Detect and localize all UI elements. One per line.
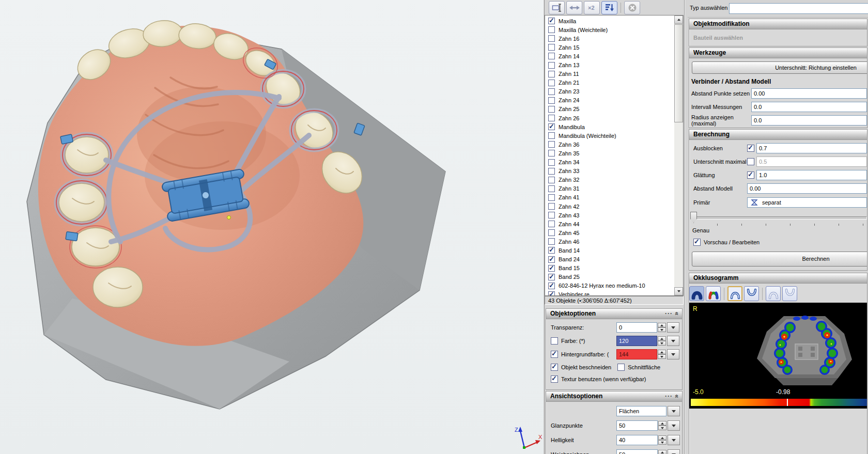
berechnung-row-checkbox[interactable] xyxy=(747,158,754,165)
berechnung-row-input[interactable]: 0.7 xyxy=(756,143,867,153)
werkzeuge-header[interactable]: Werkzeuge xyxy=(689,48,867,58)
view-option-dropdown-button[interactable] xyxy=(668,449,680,454)
werkzeug-row-input[interactable]: 0.00 xyxy=(751,88,867,99)
object-visibility-checkbox[interactable] xyxy=(548,159,555,166)
collapse-panel-icon[interactable]: « xyxy=(672,395,682,399)
object-list-item[interactable]: Zahn 34 xyxy=(545,158,683,167)
schnittflaeche-checkbox[interactable] xyxy=(617,364,625,371)
object-visibility-checkbox[interactable] xyxy=(548,185,555,192)
object-visibility-checkbox[interactable] xyxy=(548,132,555,139)
lower-arch-outline-button[interactable] xyxy=(744,286,759,301)
mirror-object-button[interactable] xyxy=(566,1,582,14)
measure-point[interactable] xyxy=(227,216,231,220)
object-visibility-checkbox[interactable] xyxy=(548,150,555,156)
slider-track[interactable] xyxy=(690,216,867,220)
object-list-item[interactable]: Maxilla xyxy=(545,17,683,25)
object-visibility-checkbox[interactable] xyxy=(548,141,555,148)
object-visibility-checkbox[interactable] xyxy=(548,123,555,130)
object-visibility-checkbox[interactable] xyxy=(548,62,555,69)
object-visibility-checkbox[interactable] xyxy=(548,35,555,42)
farbe-spinner[interactable] xyxy=(658,336,666,346)
berechnung-row-input[interactable]: 1.0 xyxy=(756,170,867,180)
object-visibility-checkbox[interactable] xyxy=(548,106,555,113)
view-option-input[interactable]: 40 xyxy=(616,435,658,445)
upper-arch-outline-button[interactable] xyxy=(727,286,742,301)
farbe-checkbox[interactable] xyxy=(551,337,558,345)
view-option-input[interactable]: 50 xyxy=(616,420,658,431)
berechnung-header[interactable]: Berechnung xyxy=(689,130,867,140)
hintergrundfarbe-spinner[interactable] xyxy=(658,350,666,359)
view-option-spinner[interactable] xyxy=(658,435,667,445)
object-visibility-checkbox[interactable] xyxy=(548,18,555,24)
scroll-up-button[interactable] xyxy=(674,15,683,24)
hintergrundfarbe-dropdown-button[interactable] xyxy=(667,349,679,359)
farbe-dropdown-button[interactable] xyxy=(667,336,679,346)
berechnung-row-checkbox[interactable] xyxy=(747,145,754,152)
object-visibility-checkbox[interactable] xyxy=(548,26,555,33)
object-list-item[interactable]: Zahn 46 xyxy=(545,237,683,246)
object-list-item[interactable]: Band 24 xyxy=(545,255,683,264)
object-visibility-checkbox[interactable] xyxy=(548,168,555,175)
farbe-value-input[interactable]: 120 xyxy=(616,336,657,346)
view-option-dropdown-button[interactable] xyxy=(668,435,680,445)
object-visibility-checkbox[interactable] xyxy=(548,238,555,245)
object-list-item[interactable]: Zahn 11 xyxy=(545,70,683,79)
object-visibility-checkbox[interactable] xyxy=(548,80,555,86)
object-list-item[interactable]: Zahn 26 xyxy=(545,114,683,122)
object-list-item[interactable]: Zahn 36 xyxy=(545,140,683,149)
object-list-item[interactable]: Zahn 15 xyxy=(545,43,683,52)
object-list-item[interactable]: Zahn 13 xyxy=(545,60,683,69)
object-visibility-checkbox[interactable] xyxy=(548,44,555,51)
object-visibility-checkbox[interactable] xyxy=(548,283,555,289)
object-visibility-checkbox[interactable] xyxy=(548,265,555,272)
object-visibility-checkbox[interactable] xyxy=(548,212,555,218)
view-option-spinner[interactable] xyxy=(658,421,667,430)
scroll-down-button[interactable] xyxy=(674,287,683,295)
upper-arch-ghost-button[interactable] xyxy=(766,286,781,301)
object-list-item[interactable]: Zahn 23 xyxy=(545,87,683,96)
object-list-item[interactable]: Maxilla (Weichteile) xyxy=(545,25,683,34)
unterschnitt-richtung-button[interactable]: Unterschnitt: Richtung einstellen xyxy=(692,61,867,74)
object-visibility-checkbox[interactable] xyxy=(548,203,555,210)
okklusogramm-header[interactable]: Okklusogramm xyxy=(689,273,867,284)
3d-viewport[interactable]: Z X xyxy=(0,0,544,454)
dental-model-3d[interactable] xyxy=(0,0,544,454)
view-option-spinner[interactable] xyxy=(658,450,667,454)
transparenz-spinner[interactable] xyxy=(658,323,666,332)
object-list-item[interactable]: Zahn 16 xyxy=(545,34,683,43)
vorschau-checkbox[interactable] xyxy=(693,239,701,246)
view-option-dropdown-button[interactable] xyxy=(668,420,680,431)
object-list-item[interactable]: Zahn 44 xyxy=(545,220,683,228)
transparenz-dropdown-button[interactable] xyxy=(667,322,679,333)
genauigkeit-slider[interactable] xyxy=(689,211,867,226)
rename-object-button[interactable] xyxy=(549,1,565,14)
object-list-item[interactable]: Zahn 45 xyxy=(545,228,683,237)
scrollbar-thumb[interactable] xyxy=(674,24,683,122)
object-visibility-checkbox[interactable] xyxy=(548,291,555,296)
werkzeug-row-input[interactable]: 0.0 xyxy=(751,115,867,126)
berechnen-button[interactable]: Berechnen xyxy=(692,252,867,267)
upper-arch-solid-button[interactable] xyxy=(689,286,704,301)
object-visibility-checkbox[interactable] xyxy=(548,53,555,59)
slider-thumb[interactable] xyxy=(690,212,697,223)
object-list-item[interactable]: Band 25 xyxy=(545,273,683,281)
hintergrundfarbe-checkbox[interactable] xyxy=(551,351,558,358)
object-visibility-checkbox[interactable] xyxy=(548,247,555,254)
object-visibility-checkbox[interactable] xyxy=(548,194,555,201)
typ-auswaehlen-input[interactable] xyxy=(729,3,868,14)
primaer-select[interactable]: separat xyxy=(747,197,867,208)
object-list[interactable]: Maxilla Maxilla (Weichteile) Zahn 16 Zah… xyxy=(545,15,684,296)
object-visibility-checkbox[interactable] xyxy=(548,88,555,95)
object-list-item[interactable]: Band 14 xyxy=(545,246,683,255)
sort-objects-button[interactable] xyxy=(601,1,617,14)
okklusogramm-viewport[interactable]: R xyxy=(689,303,867,409)
object-list-item[interactable]: Mandibula (Weichteile) xyxy=(545,131,683,140)
object-visibility-checkbox[interactable] xyxy=(548,221,555,227)
object-list-item[interactable]: Zahn 14 xyxy=(545,52,683,60)
objekt-beschneiden-checkbox[interactable] xyxy=(551,364,558,371)
ansichtsoptionen-header[interactable]: Ansichtsoptionen ··· « xyxy=(546,392,682,402)
object-list-item[interactable]: Zahn 25 xyxy=(545,105,683,114)
object-list-item[interactable]: Mandibula xyxy=(545,122,683,131)
object-list-item[interactable]: Zahn 41 xyxy=(545,193,683,202)
lower-arch-ghost-button[interactable] xyxy=(782,286,797,301)
